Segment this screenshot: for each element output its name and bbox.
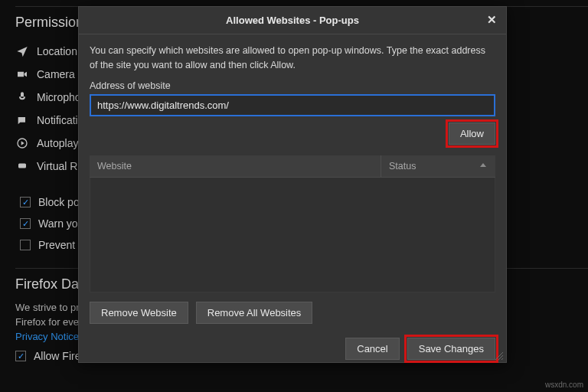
vr-icon	[15, 159, 29, 173]
dialog-description: You can specify which websites are allow…	[90, 44, 495, 73]
watermark: wsxdn.com	[545, 381, 583, 389]
perm-label: Location	[37, 45, 77, 57]
location-icon	[15, 44, 29, 58]
resize-handle[interactable]	[495, 351, 505, 361]
microphone-icon	[15, 90, 29, 104]
checkbox-icon[interactable]	[20, 240, 31, 250]
col-status-label: Status	[389, 161, 416, 172]
svg-rect-1	[18, 164, 26, 168]
autoplay-icon	[15, 136, 29, 150]
dialog-header: Allowed Websites - Pop-ups ✕	[79, 7, 506, 34]
sort-caret-icon	[480, 163, 486, 167]
allowed-websites-dialog: Allowed Websites - Pop-ups ✕ You can spe…	[78, 6, 507, 363]
checkbox-icon[interactable]	[20, 218, 31, 229]
camera-icon	[15, 67, 29, 81]
col-status[interactable]: Status	[381, 155, 495, 177]
checkbox-icon[interactable]	[20, 197, 31, 207]
cancel-button[interactable]: Cancel	[345, 338, 399, 360]
checkbox-icon[interactable]	[15, 351, 26, 361]
close-icon[interactable]: ✕	[485, 13, 498, 27]
notifications-icon	[15, 113, 29, 127]
website-list[interactable]	[90, 178, 495, 292]
save-changes-button[interactable]: Save Changes	[407, 338, 495, 360]
remove-all-button[interactable]: Remove All Websites	[196, 302, 313, 324]
perm-label: Autoplay	[37, 137, 78, 149]
remove-website-button[interactable]: Remove Website	[90, 302, 188, 324]
address-label: Address of website	[90, 80, 495, 91]
col-website[interactable]: Website	[90, 155, 381, 177]
address-input[interactable]	[90, 94, 495, 116]
website-list-header: Website Status	[90, 155, 495, 178]
dialog-title: Allowed Websites - Pop-ups	[226, 15, 359, 26]
perm-label: Camera	[37, 68, 75, 80]
allow-button[interactable]: Allow	[449, 122, 495, 145]
